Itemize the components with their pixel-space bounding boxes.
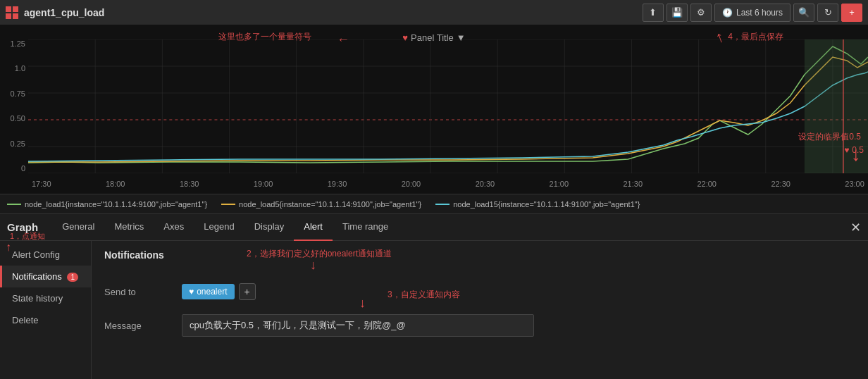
legend-label-load15: node_load15{instance="10.1.1.14:9100",jo… bbox=[453, 200, 640, 209]
x-label: 21:30 bbox=[624, 180, 643, 188]
x-label: 21:00 bbox=[550, 180, 569, 188]
legend-item-load5: node_load5{instance="10.1.1.14:9100",job… bbox=[221, 200, 421, 209]
x-axis: 17:30 18:00 18:30 19:00 19:30 20:00 20:3… bbox=[28, 180, 868, 188]
y-axis: 1.25 1.0 0.75 0.50 0.25 0 bbox=[0, 39, 28, 173]
annotation-select-channel: 2，选择我们定义好的onealert通知通道 bbox=[247, 248, 392, 260]
channel-icon: ♥ bbox=[189, 287, 194, 297]
threshold-annotation: 设定的临界值0.5 ↓ bbox=[798, 131, 861, 166]
topbar: agent1_cpu_load ⬆ 💾 ⚙ 🕐 Last 6 hours 🔍 ↻… bbox=[0, 0, 868, 25]
tab-time-range[interactable]: Time range bbox=[333, 214, 398, 241]
sidebar-item-state-history[interactable]: State history bbox=[0, 287, 91, 309]
annotation-custom-message: 3，自定义通知内容 bbox=[388, 289, 460, 301]
sidebar-item-delete[interactable]: Delete bbox=[0, 309, 91, 331]
annotation-click-notify: 1，点通知 bbox=[10, 231, 45, 242]
x-label: 20:00 bbox=[402, 180, 421, 188]
clock-icon: 🕐 bbox=[722, 8, 733, 18]
tab-axes[interactable]: Axes bbox=[154, 214, 194, 241]
topbar-actions: ⬆ 💾 ⚙ 🕐 Last 6 hours 🔍 ↻ + bbox=[643, 4, 862, 22]
tab-metrics[interactable]: Metrics bbox=[104, 214, 154, 241]
message-input[interactable]: cpu负载大于0.5，哥们儿，只是测试一下，别院@_@ bbox=[182, 314, 534, 337]
x-label: 22:30 bbox=[771, 180, 790, 188]
y-label: 0.25 bbox=[11, 139, 25, 148]
x-label: 23:00 bbox=[845, 180, 864, 188]
topbar-left: agent1_cpu_load bbox=[6, 6, 104, 19]
y-label: 0.50 bbox=[11, 114, 25, 123]
y-label: 1.25 bbox=[11, 39, 25, 48]
refresh-button[interactable]: ↻ bbox=[817, 4, 838, 22]
share-icon: ⬆ bbox=[649, 7, 657, 18]
legend-label-load1: node_load1{instance="10.1.1.14:9100",job… bbox=[25, 200, 207, 209]
notifications-title: Notifications bbox=[104, 249, 855, 261]
sidebar-item-alert-config[interactable]: Alert Config bbox=[0, 244, 91, 266]
tab-bar: Graph General Metrics Axes Legend Displa… bbox=[0, 214, 868, 241]
channel-name: onealert bbox=[197, 287, 227, 297]
x-label: 18:30 bbox=[180, 180, 199, 188]
refresh-icon: ↻ bbox=[824, 7, 832, 18]
annotation-arrow-notify: ↑ bbox=[6, 241, 11, 254]
zoom-button[interactable]: 🔍 bbox=[793, 4, 814, 22]
x-label: 22:00 bbox=[697, 180, 717, 188]
chart-area: 这里也多了一个量量符号 ← ♥ Panel Title ▼ 4，最后点保存 ↑ … bbox=[0, 25, 868, 194]
time-range-button[interactable]: 🕐 Last 6 hours bbox=[714, 4, 790, 22]
save-icon: 💾 bbox=[671, 7, 683, 18]
app-logo bbox=[6, 6, 18, 19]
x-label: 19:30 bbox=[328, 180, 347, 188]
share-button[interactable]: ⬆ bbox=[643, 4, 664, 22]
gear-icon: ⚙ bbox=[697, 7, 705, 18]
sidebar-section: Alert Config 1，点通知 ↑ Notifications 1 Sta… bbox=[0, 244, 91, 331]
x-label: 20:30 bbox=[476, 180, 495, 188]
legend-item-load15: node_load15{instance="10.1.1.14:9100",jo… bbox=[435, 200, 640, 209]
settings-button[interactable]: ⚙ bbox=[690, 4, 712, 22]
y-label: 0.75 bbox=[11, 89, 25, 98]
tab-alert[interactable]: Alert bbox=[294, 214, 333, 241]
message-label: Message bbox=[104, 321, 175, 331]
annotation-arrow-2: ↓ bbox=[310, 258, 316, 273]
tab-legend[interactable]: Legend bbox=[194, 214, 244, 241]
chart-svg bbox=[28, 39, 868, 173]
send-to-label: Send to bbox=[104, 287, 175, 297]
x-label: 19:00 bbox=[254, 180, 273, 188]
message-value: cpu负载大于0.5，哥们儿，只是测试一下，别院@_@ bbox=[182, 314, 534, 337]
annotation-arrow-3: ↓ bbox=[359, 296, 366, 311]
legend-item-load1: node_load1{instance="10.1.1.14:9100",job… bbox=[7, 200, 207, 209]
plus-icon: + bbox=[849, 7, 855, 18]
legend-label-load5: node_load5{instance="10.1.1.14:9100",job… bbox=[239, 200, 421, 209]
bottom-panel: Alert Config 1，点通知 ↑ Notifications 1 Sta… bbox=[0, 241, 868, 379]
legend-color-load5 bbox=[221, 204, 235, 205]
notification-badge: 1 bbox=[67, 273, 78, 282]
x-label: 17:30 bbox=[32, 180, 51, 188]
y-label: 0 bbox=[21, 164, 25, 173]
sidebar-item-wrap-alert-config: Alert Config 1，点通知 ↑ bbox=[0, 244, 91, 266]
legend-color-load15 bbox=[435, 204, 450, 205]
time-range-label: Last 6 hours bbox=[736, 8, 783, 18]
tab-display[interactable]: Display bbox=[244, 214, 294, 241]
plus-icon: + bbox=[244, 286, 249, 297]
left-sidebar: Alert Config 1，点通知 ↑ Notifications 1 Sta… bbox=[0, 241, 92, 379]
legend-bar: node_load1{instance="10.1.1.14:9100",job… bbox=[0, 194, 868, 214]
send-to-row: Send to ♥ onealert + bbox=[104, 283, 855, 300]
page-title: agent1_cpu_load bbox=[24, 7, 104, 18]
legend-color-load1 bbox=[7, 204, 21, 205]
zoom-icon: 🔍 bbox=[798, 7, 810, 18]
tab-general[interactable]: General bbox=[52, 214, 104, 241]
y-label: 1.0 bbox=[15, 64, 25, 73]
save-button[interactable]: 💾 bbox=[666, 4, 688, 22]
send-to-value: ♥ onealert + bbox=[182, 283, 256, 300]
add-channel-button[interactable]: + bbox=[239, 283, 256, 300]
message-row: Message cpu负载大于0.5，哥们儿，只是测试一下，别院@_@ bbox=[104, 314, 855, 337]
channel-tag-button[interactable]: ♥ onealert bbox=[182, 284, 235, 299]
add-panel-button[interactable]: + bbox=[841, 4, 862, 22]
x-label: 18:00 bbox=[106, 180, 125, 188]
sidebar-item-notifications[interactable]: Notifications 1 bbox=[0, 266, 91, 287]
main-content: Notifications 2，选择我们定义好的onealert通知通道 ↓ S… bbox=[92, 241, 868, 379]
close-button[interactable]: ✕ bbox=[850, 221, 861, 234]
